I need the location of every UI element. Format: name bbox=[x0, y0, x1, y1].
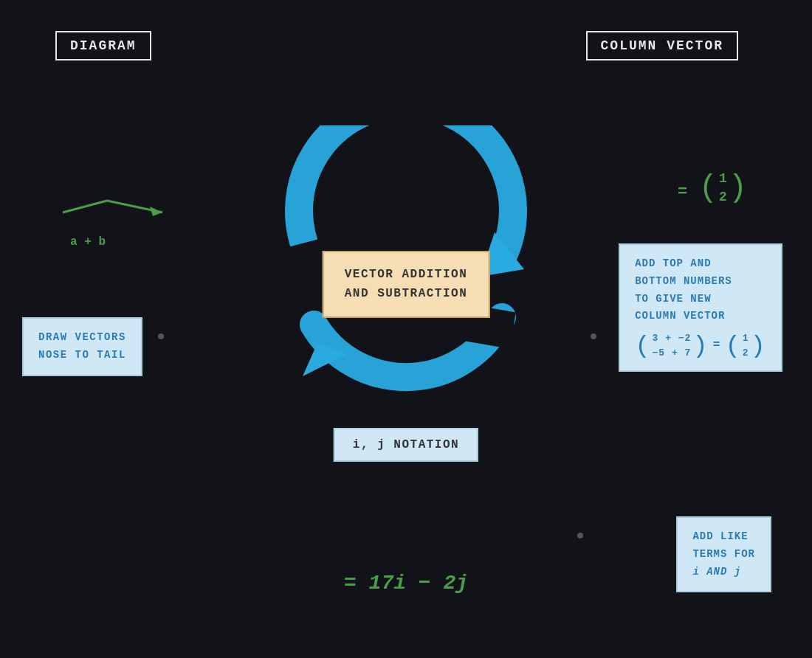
matrix-bottom: 2 bbox=[719, 188, 727, 207]
matrix-eq-right-top: 1 bbox=[743, 331, 749, 346]
matrix-eq-left-top: 3 + −2 bbox=[653, 331, 692, 346]
connector-dot-right bbox=[591, 333, 596, 339]
equals-sign: = bbox=[678, 183, 687, 201]
ab-label: a + b bbox=[70, 235, 181, 249]
matrix-eq-equals: = bbox=[713, 336, 721, 356]
connector-dot-left bbox=[158, 333, 164, 339]
draw-vectors-line1: DRAW VECTORS bbox=[38, 329, 126, 347]
ij-notation-box: i, j NOTATION bbox=[334, 428, 478, 462]
svg-line-5 bbox=[63, 201, 107, 212]
add-like-line3: i AND j bbox=[692, 564, 755, 581]
matrix-equation-row: ( 3 + −2 −5 + 7 ) = ( 1 2 ) bbox=[635, 331, 766, 360]
matrix-close-bracket: ) bbox=[729, 173, 747, 204]
center-title-box: VECTOR ADDITION AND SUBTRACTION bbox=[323, 251, 490, 318]
column-vector-result: = ( 1 2 ) bbox=[678, 170, 747, 207]
result-matrix: ( 1 2 ) bbox=[699, 170, 747, 207]
ij-result: = 17i − 2j bbox=[344, 572, 468, 595]
ij-notation-label: i, j NOTATION bbox=[353, 438, 459, 451]
diagram-arrow-area: a + b bbox=[48, 192, 181, 249]
center-title-line1: VECTOR ADDITION bbox=[345, 266, 468, 285]
add-top-line3: TO GIVE NEW bbox=[635, 291, 766, 308]
matrix-eq-left-bottom: −5 + 7 bbox=[653, 346, 692, 361]
matrix-values: 1 2 bbox=[719, 170, 727, 207]
add-like-line1: ADD LIKE bbox=[692, 528, 755, 546]
matrix-eq-left: ( 3 + −2 −5 + 7 ) bbox=[635, 331, 709, 360]
add-like-terms-box: ADD LIKE TERMS FOR i AND j bbox=[676, 516, 771, 592]
add-top-line2: BOTTOM NUMBERS bbox=[635, 273, 766, 291]
matrix-eq-right: ( 1 2 ) bbox=[725, 331, 766, 360]
center-title-line2: AND SUBTRACTION bbox=[345, 285, 468, 304]
column-vector-header: COLUMN VECTOR bbox=[586, 31, 738, 60]
matrix-top: 1 bbox=[719, 170, 727, 188]
ab-arrow-svg bbox=[48, 192, 181, 229]
matrix-eq-right-bottom: 2 bbox=[743, 346, 749, 361]
add-top-line1: ADD TOP AND bbox=[635, 255, 766, 273]
add-top-line4: COLUMN VECTOR bbox=[635, 308, 766, 325]
draw-vectors-box: DRAW VECTORS NOSE TO TAIL bbox=[22, 317, 142, 376]
add-like-line2: TERMS FOR bbox=[692, 546, 755, 564]
diagram-header: DIAGRAM bbox=[55, 31, 151, 60]
ij-result-text: = 17i − 2j bbox=[344, 572, 468, 595]
connector-dot-right2 bbox=[577, 533, 583, 538]
draw-vectors-line2: NOSE TO TAIL bbox=[38, 347, 126, 364]
matrix-open-bracket: ( bbox=[699, 173, 718, 204]
add-top-box: ADD TOP AND BOTTOM NUMBERS TO GIVE NEW C… bbox=[619, 243, 782, 372]
